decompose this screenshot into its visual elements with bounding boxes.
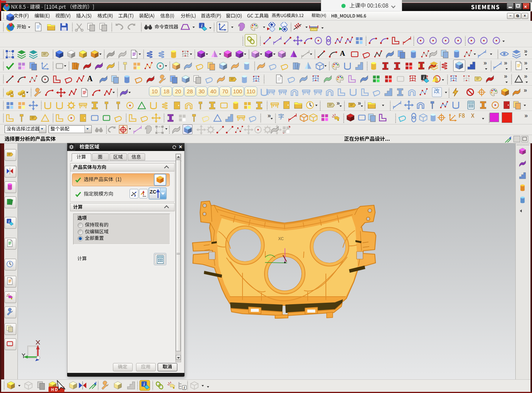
svg-text:XC: XC	[278, 236, 284, 241]
svg-text:H D: H D	[51, 388, 58, 392]
